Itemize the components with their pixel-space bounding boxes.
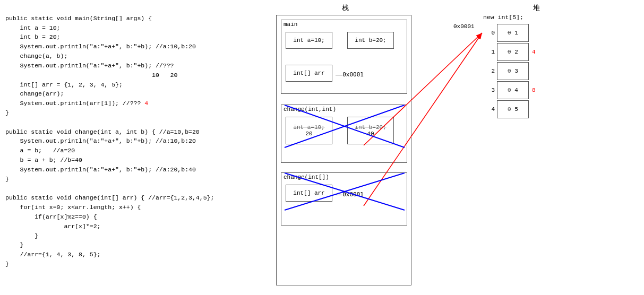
code-line-4: System.out.println("a:"+a+", b:"+b); //a…	[5, 43, 196, 50]
heap-index-3: 3	[483, 87, 495, 93]
frame-change-int-int-title: change(int,int)	[281, 105, 407, 114]
heap-index-4: 4	[483, 106, 495, 112]
code-blank-2	[5, 185, 9, 192]
heap-row-0: 0 0 1	[483, 23, 568, 42]
code-panel: public static void main(String[] args) {…	[0, 0, 260, 295]
frame-main-arr: int[] arr	[286, 65, 332, 82]
stack-frame-change-int-int: change(int,int) int a=10; 20 int b=20; 4…	[281, 105, 407, 163]
code-blank-1	[5, 119, 9, 126]
code-line-16: }	[5, 176, 9, 183]
code-line-11: public static void change(int a, int b) …	[5, 128, 200, 135]
code-line-10: }	[5, 109, 9, 116]
heap-row-2: 2 0 3	[483, 62, 568, 81]
heap-cell-0: 0 1	[497, 24, 529, 42]
heap-extra-1: 4	[532, 49, 536, 55]
code-line-12: System.out.println("a:"+a+", b:"+b); //a…	[5, 137, 196, 144]
code-line-7: int[] arr = {1, 2, 3, 4, 5};	[5, 81, 123, 88]
frame-main-title: main	[281, 20, 407, 29]
heap-address-label: 0x0001	[453, 23, 475, 30]
code-line-24: }	[5, 261, 9, 267]
frame-change-int-int-a: int a=10; 20	[286, 117, 332, 144]
heap-index-2: 2	[483, 68, 495, 74]
code-line-23: //arr={1, 4, 3, 8, 5};	[5, 251, 100, 258]
heap-row-4: 4 0 5	[483, 100, 568, 119]
frame-main-arr-addr: ——0x0001	[336, 71, 364, 78]
stack-frame-change-int-arr: change(int[]) int[] arr ——0x0001	[281, 172, 407, 225]
heap-cell-1: 0 2	[497, 43, 529, 61]
code-line-13: a = b; //a=20	[5, 147, 75, 154]
stack-outer-border: main int a=10; int b=20; int[] arr ——0x0…	[276, 15, 411, 285]
heap-title: 堆	[430, 0, 642, 13]
heap-cell-3: 0 4	[497, 81, 529, 99]
code-line-21: }	[5, 232, 38, 239]
stack-title: 栈	[260, 0, 430, 13]
frame-main-b: int b=20;	[347, 32, 394, 49]
heap-panel: 堆 new int[5]; 0x0001 0 0 1 1 0 2 4 2 0 3	[430, 0, 642, 295]
code-line-6b: 10 20	[5, 72, 177, 79]
heap-extra-3: 8	[532, 87, 536, 93]
code-line-17: public static void change(int[] arr) { /…	[5, 194, 214, 201]
frame-main-a: int a=10;	[286, 32, 332, 49]
stack-panel: 栈 main int a=10; int b=20; int[] arr ——0…	[260, 0, 430, 295]
heap-cell-2: 0 3	[497, 62, 529, 80]
heap-row-3: 3 0 4 8	[483, 81, 568, 100]
heap-new-int-label: new int[5];	[483, 14, 523, 21]
stack-frame-main: main int a=10; int b=20; int[] arr ——0x0…	[281, 20, 407, 94]
frame-change-int-arr-title: change(int[])	[281, 173, 407, 181]
code-line-19: if(arr[x]%2==0) {	[5, 213, 97, 220]
frame-change-int-arr-arr: int[] arr	[286, 185, 332, 202]
code-line-1: public static void main(String[] args) {	[5, 15, 152, 22]
heap-array: 0 0 1 1 0 2 4 2 0 3 3 0 4 8	[483, 23, 568, 119]
code-line-5: change(a, b);	[5, 53, 67, 59]
code-line-3: int b = 20;	[5, 33, 61, 40]
frame-change-int-int-b: int b=20; 40	[347, 117, 394, 144]
code-line-2: int a = 10;	[5, 24, 61, 31]
code-line-22: }	[5, 241, 24, 248]
code-line-15: System.out.println("a:"+a+", b:"+b); //a…	[5, 166, 196, 173]
frame-change-int-arr-addr: ——0x0001	[336, 191, 364, 198]
heap-index-1: 1	[483, 49, 495, 55]
heap-cell-4: 0 5	[497, 100, 529, 118]
code-line-6: System.out.println("a:"+a+", b:"+b); //?…	[5, 62, 174, 69]
code-line-14: b = a + b; //b=40	[5, 157, 82, 163]
code-line-9: System.out.println(arr[1]); //??? 4	[5, 100, 148, 107]
heap-index-0: 0	[483, 30, 495, 36]
code-line-20: arr[x]*=2;	[5, 223, 100, 230]
code-line-18: for(int x=0; x<arr.length; x++) {	[5, 204, 141, 211]
heap-row-1: 1 0 2 4	[483, 42, 568, 62]
code-line-8: change(arr);	[5, 90, 64, 97]
